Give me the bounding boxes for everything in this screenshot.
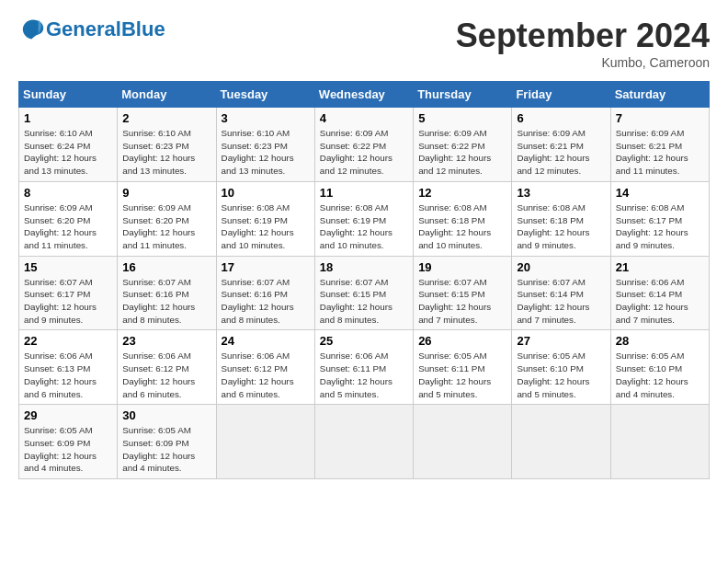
- day-info: Sunrise: 6:09 AMSunset: 6:21 PMDaylight:…: [616, 127, 704, 178]
- day-number: 5: [418, 111, 506, 125]
- col-sunday: Sunday: [19, 82, 118, 108]
- calendar-row-5: 29Sunrise: 6:05 AMSunset: 6:09 PMDayligh…: [19, 405, 710, 479]
- calendar-cell: [610, 405, 709, 479]
- logo: GeneralBlue: [18, 17, 165, 42]
- header-row: Sunday Monday Tuesday Wednesday Thursday…: [19, 82, 710, 108]
- logo-blue: Blue: [121, 17, 165, 40]
- col-thursday: Thursday: [414, 82, 512, 108]
- col-wednesday: Wednesday: [314, 82, 413, 108]
- calendar-cell: 15Sunrise: 6:07 AMSunset: 6:17 PMDayligh…: [19, 256, 118, 330]
- calendar-cell: 12Sunrise: 6:08 AMSunset: 6:18 PMDayligh…: [414, 181, 512, 256]
- day-info: Sunrise: 6:08 AMSunset: 6:19 PMDaylight:…: [222, 201, 310, 252]
- calendar-cell: 27Sunrise: 6:05 AMSunset: 6:10 PMDayligh…: [512, 330, 610, 405]
- day-info: Sunrise: 6:09 AMSunset: 6:21 PMDaylight:…: [517, 127, 605, 178]
- calendar-cell: 24Sunrise: 6:06 AMSunset: 6:12 PMDayligh…: [216, 330, 314, 405]
- day-number: 18: [320, 260, 408, 274]
- day-info: Sunrise: 6:09 AMSunset: 6:20 PMDaylight:…: [122, 201, 210, 252]
- col-monday: Monday: [118, 82, 216, 108]
- day-number: 23: [122, 334, 210, 348]
- day-number: 3: [222, 111, 310, 125]
- calendar-cell: 17Sunrise: 6:07 AMSunset: 6:16 PMDayligh…: [216, 256, 314, 330]
- calendar-cell: 22Sunrise: 6:06 AMSunset: 6:13 PMDayligh…: [19, 330, 118, 405]
- title-block: September 2024 Kumbo, Cameroon: [456, 17, 710, 70]
- day-info: Sunrise: 6:07 AMSunset: 6:17 PMDaylight:…: [24, 276, 112, 327]
- calendar-cell: 8Sunrise: 6:09 AMSunset: 6:20 PMDaylight…: [19, 181, 118, 256]
- day-number: 13: [517, 186, 605, 200]
- calendar-cell: 20Sunrise: 6:07 AMSunset: 6:14 PMDayligh…: [512, 256, 610, 330]
- calendar-cell: 29Sunrise: 6:05 AMSunset: 6:09 PMDayligh…: [19, 405, 118, 479]
- day-info: Sunrise: 6:05 AMSunset: 6:09 PMDaylight:…: [24, 424, 112, 475]
- calendar-cell: 19Sunrise: 6:07 AMSunset: 6:15 PMDayligh…: [414, 256, 512, 330]
- day-number: 9: [122, 186, 210, 200]
- day-info: Sunrise: 6:09 AMSunset: 6:22 PMDaylight:…: [418, 127, 506, 178]
- day-info: Sunrise: 6:08 AMSunset: 6:17 PMDaylight:…: [616, 201, 704, 252]
- calendar-cell: 23Sunrise: 6:06 AMSunset: 6:12 PMDayligh…: [118, 330, 216, 405]
- day-info: Sunrise: 6:08 AMSunset: 6:18 PMDaylight:…: [418, 201, 506, 252]
- day-info: Sunrise: 6:07 AMSunset: 6:16 PMDaylight:…: [222, 276, 310, 327]
- calendar-row-3: 15Sunrise: 6:07 AMSunset: 6:17 PMDayligh…: [19, 256, 710, 330]
- day-number: 12: [418, 186, 506, 200]
- day-info: Sunrise: 6:10 AMSunset: 6:23 PMDaylight:…: [222, 127, 310, 178]
- month-title: September 2024: [456, 17, 710, 55]
- day-info: Sunrise: 6:10 AMSunset: 6:23 PMDaylight:…: [122, 127, 210, 178]
- day-info: Sunrise: 6:09 AMSunset: 6:20 PMDaylight:…: [24, 201, 112, 252]
- day-number: 28: [616, 334, 704, 348]
- calendar-table: Sunday Monday Tuesday Wednesday Thursday…: [18, 81, 710, 479]
- calendar-cell: 28Sunrise: 6:05 AMSunset: 6:10 PMDayligh…: [610, 330, 709, 405]
- calendar-cell: 13Sunrise: 6:08 AMSunset: 6:18 PMDayligh…: [512, 181, 610, 256]
- calendar-cell: 1Sunrise: 6:10 AMSunset: 6:24 PMDaylight…: [19, 108, 118, 182]
- day-number: 21: [616, 260, 704, 274]
- calendar-cell: 6Sunrise: 6:09 AMSunset: 6:21 PMDaylight…: [512, 108, 610, 182]
- day-number: 17: [222, 260, 310, 274]
- calendar-cell: 18Sunrise: 6:07 AMSunset: 6:15 PMDayligh…: [314, 256, 413, 330]
- location: Kumbo, Cameroon: [456, 55, 710, 70]
- logo-general: General: [46, 17, 121, 40]
- day-info: Sunrise: 6:06 AMSunset: 6:14 PMDaylight:…: [616, 276, 704, 327]
- day-number: 4: [320, 111, 408, 125]
- day-info: Sunrise: 6:06 AMSunset: 6:12 PMDaylight:…: [122, 350, 210, 400]
- day-number: 16: [122, 260, 210, 274]
- calendar-cell: [414, 405, 512, 479]
- calendar-row-1: 1Sunrise: 6:10 AMSunset: 6:24 PMDaylight…: [19, 108, 710, 182]
- col-friday: Friday: [512, 82, 610, 108]
- day-info: Sunrise: 6:05 AMSunset: 6:09 PMDaylight:…: [122, 424, 210, 475]
- day-info: Sunrise: 6:07 AMSunset: 6:14 PMDaylight:…: [517, 276, 605, 327]
- col-tuesday: Tuesday: [216, 82, 314, 108]
- day-info: Sunrise: 6:07 AMSunset: 6:15 PMDaylight:…: [320, 276, 408, 327]
- day-number: 14: [616, 186, 704, 200]
- day-info: Sunrise: 6:08 AMSunset: 6:19 PMDaylight:…: [320, 201, 408, 252]
- calendar-cell: 25Sunrise: 6:06 AMSunset: 6:11 PMDayligh…: [314, 330, 413, 405]
- day-number: 26: [418, 334, 506, 348]
- calendar-cell: 9Sunrise: 6:09 AMSunset: 6:20 PMDaylight…: [118, 181, 216, 256]
- calendar-cell: 16Sunrise: 6:07 AMSunset: 6:16 PMDayligh…: [118, 256, 216, 330]
- calendar-cell: 3Sunrise: 6:10 AMSunset: 6:23 PMDaylight…: [216, 108, 314, 182]
- day-info: Sunrise: 6:10 AMSunset: 6:24 PMDaylight:…: [24, 127, 112, 178]
- day-number: 22: [24, 334, 112, 348]
- calendar-cell: 5Sunrise: 6:09 AMSunset: 6:22 PMDaylight…: [414, 108, 512, 182]
- calendar-cell: 4Sunrise: 6:09 AMSunset: 6:22 PMDaylight…: [314, 108, 413, 182]
- calendar-row-4: 22Sunrise: 6:06 AMSunset: 6:13 PMDayligh…: [19, 330, 710, 405]
- calendar-cell: 30Sunrise: 6:05 AMSunset: 6:09 PMDayligh…: [118, 405, 216, 479]
- day-info: Sunrise: 6:05 AMSunset: 6:10 PMDaylight:…: [517, 350, 605, 400]
- day-number: 27: [517, 334, 605, 348]
- day-info: Sunrise: 6:06 AMSunset: 6:11 PMDaylight:…: [320, 350, 408, 400]
- day-number: 2: [122, 111, 210, 125]
- day-number: 11: [320, 186, 408, 200]
- day-number: 19: [418, 260, 506, 274]
- logo-text-block: GeneralBlue: [46, 19, 165, 40]
- day-info: Sunrise: 6:08 AMSunset: 6:18 PMDaylight:…: [517, 201, 605, 252]
- day-number: 6: [517, 111, 605, 125]
- day-info: Sunrise: 6:05 AMSunset: 6:10 PMDaylight:…: [616, 350, 704, 400]
- calendar-cell: [314, 405, 413, 479]
- day-number: 29: [24, 408, 112, 422]
- day-number: 30: [122, 408, 210, 422]
- page: GeneralBlue September 2024 Kumbo, Camero…: [0, 0, 728, 488]
- calendar-cell: 7Sunrise: 6:09 AMSunset: 6:21 PMDaylight…: [610, 108, 709, 182]
- col-saturday: Saturday: [610, 82, 709, 108]
- logo-text: GeneralBlue: [46, 19, 165, 40]
- header: GeneralBlue September 2024 Kumbo, Camero…: [18, 17, 710, 70]
- calendar-cell: 2Sunrise: 6:10 AMSunset: 6:23 PMDaylight…: [118, 108, 216, 182]
- day-info: Sunrise: 6:06 AMSunset: 6:13 PMDaylight:…: [24, 350, 112, 400]
- day-number: 25: [320, 334, 408, 348]
- calendar-cell: 11Sunrise: 6:08 AMSunset: 6:19 PMDayligh…: [314, 181, 413, 256]
